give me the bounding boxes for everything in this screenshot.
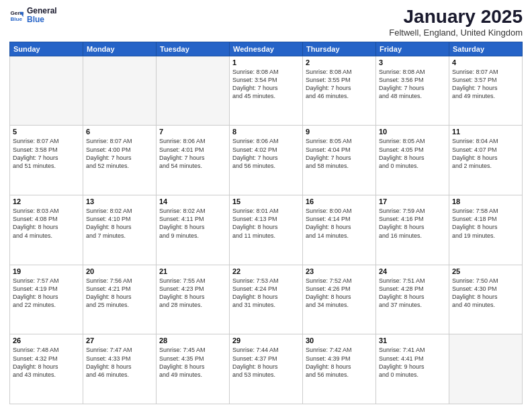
day-info: Sunrise: 8:05 AM Sunset: 4:04 PM Dayligh… (306, 137, 373, 170)
day-cell: 21Sunrise: 7:55 AM Sunset: 4:23 PM Dayli… (157, 265, 230, 334)
day-info: Sunrise: 8:07 AM Sunset: 4:00 PM Dayligh… (86, 137, 153, 170)
location: Feltwell, England, United Kingdom (389, 28, 523, 38)
day-cell: 11Sunrise: 8:04 AM Sunset: 4:07 PM Dayli… (449, 126, 523, 195)
day-info: Sunrise: 7:41 AM Sunset: 4:41 PM Dayligh… (379, 346, 446, 379)
page: General Blue General Blue January 2025 F… (0, 0, 532, 411)
day-number: 21 (159, 267, 226, 275)
day-number: 26 (13, 336, 80, 345)
day-info: Sunrise: 7:59 AM Sunset: 4:16 PM Dayligh… (379, 207, 446, 240)
day-info: Sunrise: 8:02 AM Sunset: 4:11 PM Dayligh… (159, 207, 226, 240)
day-number: 16 (306, 197, 373, 205)
day-number: 4 (452, 58, 519, 66)
day-cell: 1Sunrise: 8:08 AM Sunset: 3:54 PM Daylig… (230, 56, 303, 126)
day-info: Sunrise: 7:47 AM Sunset: 4:33 PM Dayligh… (86, 346, 153, 379)
day-cell: 18Sunrise: 7:58 AM Sunset: 4:18 PM Dayli… (449, 195, 523, 265)
day-number: 20 (86, 267, 153, 275)
weekday-header-friday: Friday (376, 42, 449, 56)
day-info: Sunrise: 7:55 AM Sunset: 4:23 PM Dayligh… (159, 277, 226, 310)
day-cell (449, 334, 523, 404)
day-number: 28 (159, 336, 226, 345)
day-info: Sunrise: 7:50 AM Sunset: 4:30 PM Dayligh… (452, 277, 519, 310)
day-info: Sunrise: 7:51 AM Sunset: 4:28 PM Dayligh… (379, 277, 446, 310)
day-info: Sunrise: 7:44 AM Sunset: 4:37 PM Dayligh… (232, 346, 300, 379)
day-cell: 25Sunrise: 7:50 AM Sunset: 4:30 PM Dayli… (449, 265, 523, 334)
day-cell: 20Sunrise: 7:56 AM Sunset: 4:21 PM Dayli… (83, 265, 157, 334)
day-number: 8 (232, 128, 300, 136)
day-cell: 6Sunrise: 8:07 AM Sunset: 4:00 PM Daylig… (83, 126, 157, 195)
weekday-header-sunday: Sunday (10, 42, 83, 56)
day-number: 10 (379, 128, 446, 136)
title-block: January 2025 Feltwell, England, United K… (389, 7, 523, 38)
day-number: 17 (379, 197, 446, 205)
logo-blue: Blue (27, 15, 57, 24)
day-number: 11 (452, 128, 519, 136)
day-info: Sunrise: 8:07 AM Sunset: 3:57 PM Dayligh… (452, 68, 519, 101)
day-cell (10, 56, 83, 126)
day-cell: 24Sunrise: 7:51 AM Sunset: 4:28 PM Dayli… (376, 265, 449, 334)
day-info: Sunrise: 7:42 AM Sunset: 4:39 PM Dayligh… (306, 346, 373, 379)
day-cell: 27Sunrise: 7:47 AM Sunset: 4:33 PM Dayli… (83, 334, 157, 404)
day-number: 1 (232, 58, 300, 66)
day-number: 14 (159, 197, 226, 205)
day-info: Sunrise: 7:52 AM Sunset: 4:26 PM Dayligh… (306, 277, 373, 310)
day-cell: 19Sunrise: 7:57 AM Sunset: 4:19 PM Dayli… (10, 265, 83, 334)
day-number: 30 (306, 336, 373, 345)
day-number: 12 (13, 197, 80, 205)
weekday-header-row: SundayMondayTuesdayWednesdayThursdayFrid… (10, 42, 523, 56)
day-cell (83, 56, 157, 126)
day-cell: 17Sunrise: 7:59 AM Sunset: 4:16 PM Dayli… (376, 195, 449, 265)
day-cell: 15Sunrise: 8:01 AM Sunset: 4:13 PM Dayli… (230, 195, 303, 265)
day-cell: 5Sunrise: 8:07 AM Sunset: 3:58 PM Daylig… (10, 126, 83, 195)
day-number: 7 (159, 128, 226, 136)
day-number: 9 (306, 128, 373, 136)
day-info: Sunrise: 7:57 AM Sunset: 4:19 PM Dayligh… (13, 277, 80, 310)
logo: General Blue General Blue (9, 7, 57, 24)
header: General Blue General Blue January 2025 F… (9, 7, 523, 38)
day-number: 6 (86, 128, 153, 136)
day-cell: 30Sunrise: 7:42 AM Sunset: 4:39 PM Dayli… (303, 334, 376, 404)
week-row-4: 26Sunrise: 7:48 AM Sunset: 4:32 PM Dayli… (10, 334, 523, 404)
day-info: Sunrise: 7:48 AM Sunset: 4:32 PM Dayligh… (13, 346, 80, 379)
day-cell: 16Sunrise: 8:00 AM Sunset: 4:14 PM Dayli… (303, 195, 376, 265)
week-row-0: 1Sunrise: 8:08 AM Sunset: 3:54 PM Daylig… (10, 56, 523, 126)
day-info: Sunrise: 7:58 AM Sunset: 4:18 PM Dayligh… (452, 207, 519, 240)
day-cell: 31Sunrise: 7:41 AM Sunset: 4:41 PM Dayli… (376, 334, 449, 404)
day-cell: 2Sunrise: 8:08 AM Sunset: 3:55 PM Daylig… (303, 56, 376, 126)
day-number: 2 (306, 58, 373, 66)
day-info: Sunrise: 8:05 AM Sunset: 4:05 PM Dayligh… (379, 137, 446, 170)
weekday-header-wednesday: Wednesday (230, 42, 303, 56)
day-cell: 26Sunrise: 7:48 AM Sunset: 4:32 PM Dayli… (10, 334, 83, 404)
day-info: Sunrise: 8:03 AM Sunset: 4:08 PM Dayligh… (13, 207, 80, 240)
day-info: Sunrise: 7:53 AM Sunset: 4:24 PM Dayligh… (232, 277, 300, 310)
day-cell: 13Sunrise: 8:02 AM Sunset: 4:10 PM Dayli… (83, 195, 157, 265)
day-cell: 7Sunrise: 8:06 AM Sunset: 4:01 PM Daylig… (157, 126, 230, 195)
week-row-3: 19Sunrise: 7:57 AM Sunset: 4:19 PM Dayli… (10, 265, 523, 334)
day-info: Sunrise: 8:02 AM Sunset: 4:10 PM Dayligh… (86, 207, 153, 240)
day-number: 23 (306, 267, 373, 275)
day-info: Sunrise: 8:06 AM Sunset: 4:02 PM Dayligh… (232, 137, 300, 170)
svg-text:Blue: Blue (10, 16, 22, 22)
day-info: Sunrise: 8:08 AM Sunset: 3:54 PM Dayligh… (232, 68, 300, 101)
week-row-2: 12Sunrise: 8:03 AM Sunset: 4:08 PM Dayli… (10, 195, 523, 265)
day-number: 22 (232, 267, 300, 275)
week-row-1: 5Sunrise: 8:07 AM Sunset: 3:58 PM Daylig… (10, 126, 523, 195)
day-info: Sunrise: 8:04 AM Sunset: 4:07 PM Dayligh… (452, 137, 519, 170)
day-cell: 10Sunrise: 8:05 AM Sunset: 4:05 PM Dayli… (376, 126, 449, 195)
day-number: 19 (13, 267, 80, 275)
weekday-header-monday: Monday (83, 42, 157, 56)
day-number: 18 (452, 197, 519, 205)
day-cell: 22Sunrise: 7:53 AM Sunset: 4:24 PM Dayli… (230, 265, 303, 334)
day-cell: 12Sunrise: 8:03 AM Sunset: 4:08 PM Dayli… (10, 195, 83, 265)
day-info: Sunrise: 7:45 AM Sunset: 4:35 PM Dayligh… (159, 346, 226, 379)
day-cell: 4Sunrise: 8:07 AM Sunset: 3:57 PM Daylig… (449, 56, 523, 126)
day-number: 27 (86, 336, 153, 345)
day-number: 13 (86, 197, 153, 205)
day-cell: 28Sunrise: 7:45 AM Sunset: 4:35 PM Dayli… (157, 334, 230, 404)
day-number: 31 (379, 336, 446, 345)
weekday-header-saturday: Saturday (449, 42, 523, 56)
day-info: Sunrise: 8:08 AM Sunset: 3:55 PM Dayligh… (306, 68, 373, 101)
weekday-header-thursday: Thursday (303, 42, 376, 56)
day-cell: 3Sunrise: 8:08 AM Sunset: 3:56 PM Daylig… (376, 56, 449, 126)
calendar-table: SundayMondayTuesdayWednesdayThursdayFrid… (9, 42, 523, 404)
day-info: Sunrise: 8:08 AM Sunset: 3:56 PM Dayligh… (379, 68, 446, 101)
